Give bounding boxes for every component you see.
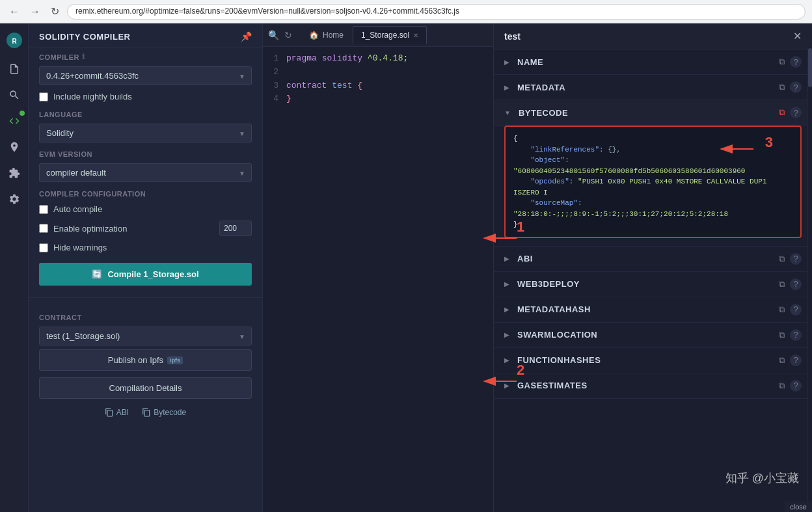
sidebar-item-deploy[interactable] bbox=[3, 135, 26, 159]
refresh-button[interactable]: ↻ bbox=[48, 4, 62, 19]
abi-copy-icon[interactable]: ⧉ bbox=[779, 254, 785, 264]
gasestimates-help-icon[interactable]: ? bbox=[790, 380, 802, 392]
right-panel: test ✕ ▶ NAME ⧉ ? ▶ METADATA ⧉ ? ▼ BYTEC… bbox=[493, 23, 812, 512]
line-content-3: contract test { bbox=[286, 79, 362, 93]
hide-warnings-row: Hide warnings bbox=[29, 239, 262, 256]
tab-home[interactable]: 🏠 Home bbox=[301, 27, 351, 44]
compilation-details-button[interactable]: Compilation Details bbox=[39, 377, 252, 399]
auto-compile-checkbox[interactable] bbox=[39, 205, 48, 214]
ipfs-badge: ipfs bbox=[167, 357, 183, 364]
search-tab-icon[interactable]: 🔍 bbox=[268, 30, 279, 40]
line-content-1: pragma solidity ^0.4.18; bbox=[286, 52, 408, 66]
home-tab-label: Home bbox=[323, 31, 344, 40]
compiler-info-icon[interactable]: ℹ bbox=[82, 53, 85, 61]
tab-file[interactable]: 1_Storage.sol ✕ bbox=[353, 26, 427, 44]
bytecode-label: BYTECODE bbox=[519, 108, 774, 118]
web3deploy-copy-icon[interactable]: ⧉ bbox=[779, 279, 785, 290]
sidebar-item-search[interactable] bbox=[3, 83, 26, 107]
compiler-version-select[interactable]: 0.4.26+commit.4563c3fc bbox=[39, 66, 252, 85]
line-num-4: 4 bbox=[263, 92, 286, 106]
home-tab-icon: 🏠 bbox=[309, 31, 319, 40]
refresh-tab-icon[interactable]: ↻ bbox=[284, 30, 292, 40]
functionhashes-copy-icon[interactable]: ⧉ bbox=[779, 355, 785, 366]
language-select[interactable]: Solidity bbox=[39, 124, 252, 142]
abi-row[interactable]: ▶ ABI ⧉ ? bbox=[494, 247, 812, 272]
abi-help-icon[interactable]: ? bbox=[790, 253, 802, 265]
modal-close-button[interactable]: ✕ bbox=[793, 30, 802, 42]
panel-pin-button[interactable]: 📌 bbox=[241, 31, 252, 42]
name-row[interactable]: ▶ NAME ⧉ ? bbox=[494, 49, 812, 75]
swarmlocation-expand-icon: ▶ bbox=[504, 331, 509, 338]
forward-button[interactable]: → bbox=[27, 5, 43, 19]
enable-optimization-checkbox[interactable] bbox=[39, 224, 48, 233]
metadata-expand-icon: ▶ bbox=[504, 84, 509, 91]
sidebar-item-compiler[interactable] bbox=[3, 109, 26, 133]
gasestimates-row[interactable]: ▶ GASESTIMATES ⧉ ? bbox=[494, 373, 812, 399]
metadata-copy-icon[interactable]: ⧉ bbox=[779, 82, 785, 92]
sidebar-item-logo: R bbox=[3, 29, 26, 52]
name-expand-icon: ▶ bbox=[504, 59, 509, 66]
sidebar-item-plugin[interactable] bbox=[3, 161, 26, 185]
modal-title: test bbox=[504, 31, 521, 42]
abi-button[interactable]: ABI bbox=[105, 408, 129, 417]
bytecode-expanded: { "linkReferences": {}, "object": "60806… bbox=[494, 126, 812, 247]
swarmlocation-row[interactable]: ▶ SWARMLOCATION ⧉ ? bbox=[494, 323, 812, 348]
metadatahash-label: METADATAHASH bbox=[517, 304, 774, 314]
close-label: close bbox=[785, 502, 812, 512]
functionhashes-row[interactable]: ▶ FUNCTIONHASHES ⧉ ? bbox=[494, 348, 812, 373]
evm-section-label: EVM VERSION bbox=[29, 145, 262, 161]
tab-close-icon[interactable]: ✕ bbox=[413, 32, 418, 39]
icon-sidebar: R bbox=[0, 23, 29, 512]
code-line-2: 2 bbox=[263, 66, 493, 79]
compilation-details-label: Compilation Details bbox=[109, 383, 182, 393]
url-bar[interactable]: remix.ethereum.org/#optimize=false&runs=… bbox=[67, 4, 805, 20]
contract-section-label: CONTRACT bbox=[29, 308, 262, 324]
back-button[interactable]: ← bbox=[7, 5, 22, 19]
gasestimates-expand-icon: ▶ bbox=[504, 382, 509, 389]
compile-button[interactable]: 🔄 Compile 1_Storage.sol bbox=[39, 263, 252, 286]
metadatahash-row[interactable]: ▶ METADATAHASH ⧉ ? bbox=[494, 297, 812, 323]
app-container: R SOLIDITY COMPILER 📌 COMPILE bbox=[0, 23, 812, 512]
contract-select-wrapper: test (1_Storage.sol) bbox=[39, 327, 252, 345]
metadatahash-expand-icon: ▶ bbox=[504, 306, 509, 313]
modal-header: test ✕ bbox=[494, 23, 812, 49]
metadata-help-icon[interactable]: ? bbox=[790, 81, 802, 93]
abi-expand-icon: ▶ bbox=[504, 255, 509, 262]
optimization-runs-input[interactable] bbox=[219, 221, 252, 236]
auto-compile-row: Auto compile bbox=[29, 200, 262, 218]
sidebar-item-files[interactable] bbox=[3, 57, 26, 81]
gasestimates-copy-icon[interactable]: ⧉ bbox=[779, 381, 785, 391]
code-line-4: 4 } bbox=[263, 92, 493, 106]
hide-warnings-label[interactable]: Hide warnings bbox=[53, 243, 107, 252]
swarmlocation-copy-icon[interactable]: ⧉ bbox=[779, 330, 785, 340]
editor-content[interactable]: 1 pragma solidity ^0.4.18; 2 3 contract … bbox=[263, 47, 493, 512]
publish-button[interactable]: Publish on Ipfs ipfs bbox=[39, 349, 252, 371]
name-copy-icon[interactable]: ⧉ bbox=[779, 57, 785, 67]
evm-select-wrapper: compiler default bbox=[39, 163, 252, 182]
web3deploy-row[interactable]: ▶ WEB3DEPLOY ⧉ ? bbox=[494, 272, 812, 297]
functionhashes-label: FUNCTIONHASHES bbox=[517, 355, 774, 365]
name-help-icon[interactable]: ? bbox=[790, 56, 802, 68]
bytecode-help-icon[interactable]: ? bbox=[790, 107, 802, 118]
bytecode-row[interactable]: ▼ BYTECODE ⧉ ? bbox=[494, 100, 812, 126]
contract-select[interactable]: test (1_Storage.sol) bbox=[39, 327, 252, 345]
metadata-row[interactable]: ▶ METADATA ⧉ ? bbox=[494, 75, 812, 100]
editor-tabs: 🔍 ↻ 🏠 Home 1_Storage.sol ✕ bbox=[263, 23, 493, 47]
hide-warnings-checkbox[interactable] bbox=[39, 243, 48, 252]
metadatahash-help-icon[interactable]: ? bbox=[790, 304, 802, 316]
functionhashes-help-icon[interactable]: ? bbox=[790, 355, 802, 366]
auto-compile-label[interactable]: Auto compile bbox=[53, 204, 102, 214]
swarmlocation-help-icon[interactable]: ? bbox=[790, 329, 802, 341]
line-num-2: 2 bbox=[263, 66, 286, 79]
bytecode-button[interactable]: Bytecode bbox=[142, 408, 186, 417]
include-nightly-checkbox[interactable] bbox=[39, 92, 48, 101]
web3deploy-help-icon[interactable]: ? bbox=[790, 278, 802, 290]
bytecode-copy-icon[interactable]: ⧉ bbox=[779, 107, 785, 118]
enable-optimization-label[interactable]: Enable optimization bbox=[53, 224, 214, 234]
language-section-label: LANGUAGE bbox=[29, 105, 262, 121]
include-nightly-label[interactable]: Include nightly builds bbox=[53, 92, 132, 101]
sidebar-item-settings[interactable] bbox=[3, 187, 26, 211]
metadatahash-copy-icon[interactable]: ⧉ bbox=[779, 304, 785, 315]
evm-version-select[interactable]: compiler default bbox=[39, 163, 252, 182]
language-select-wrapper: Solidity bbox=[39, 124, 252, 142]
